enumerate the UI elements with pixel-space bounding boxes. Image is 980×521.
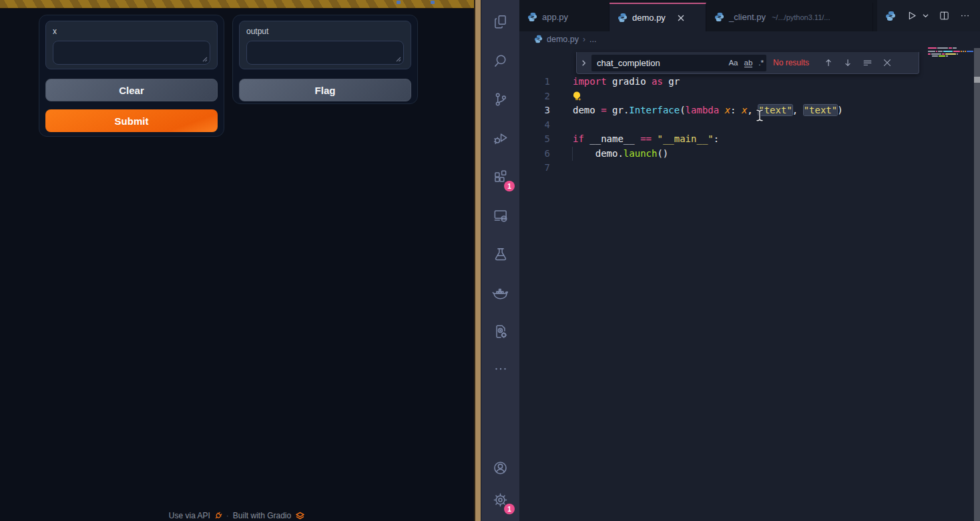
tab-label: demo.py <box>632 13 666 23</box>
tab-bar: app.py demo.py _client.py ~/.../python3.… <box>519 0 980 31</box>
line-number: 3 <box>519 103 550 118</box>
search-icon[interactable] <box>481 45 519 77</box>
x-label: x <box>53 27 210 36</box>
tab-path-detail: ~/.../python3.11/... <box>772 13 830 21</box>
code-editor[interactable]: 1import gradio as gr23demo = gr.Interfac… <box>519 75 980 175</box>
explorer-icon[interactable] <box>481 6 519 38</box>
find-next-arrow[interactable] <box>843 58 852 67</box>
python-icon <box>534 35 543 43</box>
gradio-textbox-output: output <box>239 21 411 69</box>
footer-separator: · <box>226 511 229 520</box>
close-icon[interactable] <box>883 58 892 67</box>
line-number: 5 <box>519 132 550 147</box>
find-input-wrap: Aa ab .* <box>591 55 766 71</box>
tab-demo-py[interactable]: demo.py <box>609 3 706 31</box>
remote-explorer-icon[interactable] <box>481 199 519 231</box>
flag-button[interactable]: Flag <box>239 79 411 101</box>
run-button[interactable] <box>905 9 918 22</box>
source-control-icon[interactable] <box>481 83 519 115</box>
editor-actions <box>877 0 980 31</box>
chevron-right-icon: › <box>583 35 585 44</box>
window-divider[interactable] <box>474 0 481 521</box>
line-number: 4 <box>519 118 550 133</box>
more-actions-button[interactable] <box>959 10 971 21</box>
background-window-notch <box>974 77 980 83</box>
gradio-textbox-x: x <box>45 21 218 69</box>
code-line[interactable]: 1import gradio as gr <box>519 75 980 89</box>
submit-button[interactable]: Submit <box>45 109 218 132</box>
editor-group: app.py demo.py _client.py ~/.../python3.… <box>519 0 980 521</box>
find-input[interactable] <box>591 58 692 68</box>
tab-app-py[interactable]: app.py <box>519 3 609 31</box>
breadcrumb-file[interactable]: demo.py <box>547 35 579 44</box>
line-number: 7 <box>519 161 550 175</box>
match-case-toggle[interactable]: Aa <box>728 59 738 67</box>
run-dropdown[interactable] <box>922 12 929 19</box>
activity-bar: 1 1 <box>481 0 519 521</box>
breadcrumb-more[interactable]: ... <box>589 35 596 44</box>
more-views-icon[interactable] <box>481 353 519 385</box>
docker-icon[interactable] <box>481 277 519 309</box>
clear-button[interactable]: Clear <box>45 79 218 101</box>
code-line[interactable]: 4 <box>519 118 980 133</box>
code-line[interactable]: 2 <box>519 89 980 104</box>
breadcrumb[interactable]: demo.py › ... <box>519 31 980 47</box>
code-line[interactable]: 6 demo.launch() <box>519 147 980 161</box>
regex-toggle[interactable]: .* <box>758 59 764 67</box>
output-label: output <box>246 27 404 36</box>
browser-chrome-remnant <box>431 1 435 4</box>
gradio-input-column: x Clear Submit <box>39 15 224 137</box>
minimap-line <box>932 55 948 57</box>
tab-client-py[interactable]: _client.py ~/.../python3.11/... <box>706 3 873 31</box>
mouse-text-cursor <box>755 109 764 122</box>
minimap-line <box>928 47 957 49</box>
find-widget: Aa ab .* No results <box>576 52 919 74</box>
lightbulb-icon[interactable] <box>571 91 582 102</box>
screen: x Clear Submit output Flag Use via API ·… <box>0 0 980 521</box>
close-icon[interactable] <box>677 14 685 22</box>
find-status: No results <box>773 58 809 67</box>
browser-chrome-remnant <box>397 1 401 4</box>
built-with-gradio-link[interactable]: Built with Gradio <box>233 511 291 520</box>
line-number: 1 <box>519 75 550 89</box>
gradio-output-column: output Flag <box>232 15 418 104</box>
testing-icon[interactable] <box>481 238 519 270</box>
tab-label: _client.py <box>729 12 766 22</box>
extensions-badge: 1 <box>504 181 515 191</box>
background-window-edge <box>974 48 980 521</box>
api-plug-icon <box>214 512 222 520</box>
gradio-browser-pane: x Clear Submit output Flag Use via API ·… <box>0 0 474 521</box>
gradio-footer: Use via API · Built with Gradio <box>0 511 474 520</box>
python-icon <box>885 11 896 21</box>
split-editor-button[interactable] <box>939 10 950 21</box>
tab-label: app.py <box>542 12 568 22</box>
vscode-window: 1 1 <box>481 0 980 521</box>
resize-handle-icon[interactable] <box>201 55 208 62</box>
account-icon[interactable] <box>481 452 519 484</box>
gradio-logo-icon <box>295 512 305 520</box>
whole-word-toggle[interactable]: ab <box>744 59 753 67</box>
find-in-selection-icon[interactable] <box>863 58 873 67</box>
extensions-icon[interactable]: 1 <box>481 161 519 193</box>
minimap-line <box>928 51 980 52</box>
python-icon <box>714 12 724 22</box>
use-via-api-link[interactable]: Use via API <box>169 511 210 520</box>
code-line[interactable]: 3demo = gr.Interface(lambda x: x, "text"… <box>519 103 980 118</box>
toggle-replace-chevron[interactable] <box>578 59 589 67</box>
python-icon <box>527 12 537 22</box>
x-textarea[interactable] <box>53 41 210 65</box>
resize-handle-icon[interactable] <box>395 55 401 62</box>
line-number: 6 <box>519 147 550 161</box>
output-textarea[interactable] <box>246 41 404 65</box>
config-file-icon[interactable] <box>481 316 519 348</box>
settings-badge: 1 <box>504 504 515 514</box>
settings-gear-icon[interactable]: 1 <box>481 484 519 516</box>
run-debug-icon[interactable] <box>481 122 519 154</box>
code-line[interactable]: 7 <box>519 161 980 175</box>
code-line[interactable]: 5if __name__ == "__main__": <box>519 132 980 147</box>
browser-topbar-stripe <box>0 0 474 9</box>
find-previous-arrow[interactable] <box>824 58 833 67</box>
line-number: 2 <box>519 89 550 104</box>
python-icon <box>618 13 628 23</box>
